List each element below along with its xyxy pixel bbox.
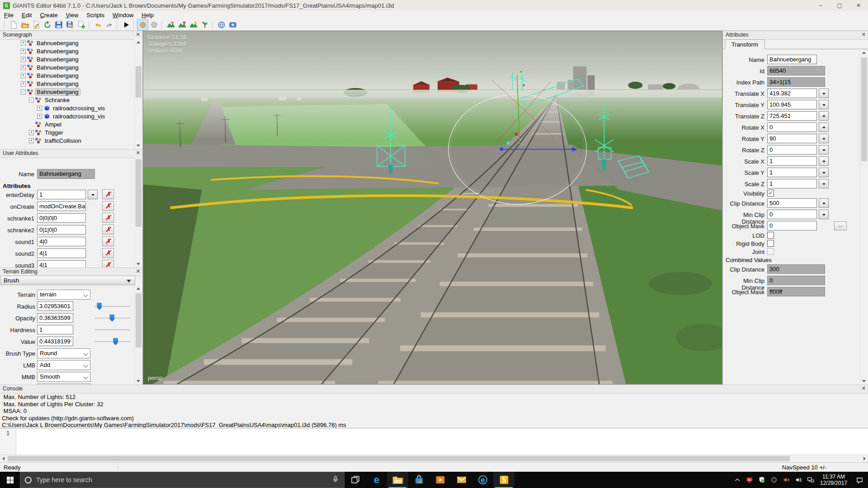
spinner-translate-z[interactable]: ◂▸ (819, 111, 829, 121)
select-lmb[interactable]: Add (37, 360, 90, 370)
expand-plus-icon[interactable]: + (21, 65, 26, 70)
field-translate-z[interactable]: 725.451 (767, 111, 817, 121)
spinner-translate-y[interactable]: ◂▸ (819, 100, 829, 109)
field-object-mask[interactable]: 0 (767, 221, 817, 230)
menu-window[interactable]: Window (108, 11, 137, 19)
tray-clock[interactable]: 11:37 AM12/29/2017 (816, 474, 851, 486)
close-button[interactable]: ✕ (849, 0, 868, 11)
new-file-button[interactable] (8, 19, 19, 31)
checkbox-lod[interactable] (767, 232, 774, 239)
input-value[interactable]: 0.44318199 (37, 337, 73, 346)
open-file-button[interactable] (19, 19, 30, 31)
delete-attribute-button[interactable]: ✗ (102, 189, 114, 199)
scenegraph-node-bahnuebergang[interactable]: +Bahnuebergang (0, 55, 135, 63)
expand-plus-icon[interactable]: + (37, 106, 42, 111)
object-mask-browse-button[interactable]: ... (834, 221, 847, 230)
menu-create[interactable]: Create (36, 11, 61, 19)
taskbar-app-films-tv[interactable] (429, 472, 451, 488)
brush-section-bar[interactable]: Brush (0, 276, 135, 285)
attr-field-sound3[interactable]: 4|1 (37, 260, 86, 267)
slider-opacity[interactable] (95, 318, 130, 319)
render-button[interactable] (227, 19, 238, 31)
terrain-scrollbar[interactable] (134, 285, 142, 385)
taskbar-app-file-explorer[interactable] (387, 472, 408, 488)
edit-script-button[interactable] (30, 19, 42, 31)
expand-plus-icon[interactable]: + (21, 81, 26, 86)
attr-field-sound2[interactable]: 4|1 (37, 249, 86, 258)
spinner-rotate-z[interactable]: ◂▸ (819, 145, 829, 155)
save-as-button[interactable] (64, 19, 75, 31)
input-radius[interactable]: 3.02953601 (37, 301, 73, 311)
scroll-down-icon[interactable] (862, 380, 866, 382)
reload-button[interactable] (42, 19, 53, 31)
close-icon[interactable]: ✕ (136, 150, 140, 156)
action-center-button[interactable] (851, 476, 868, 484)
tray-sc-monitor[interactable]: SC (743, 476, 755, 483)
microphone-icon[interactable] (331, 475, 340, 485)
expand-plus-icon[interactable]: + (21, 49, 26, 54)
taskbar-app-internet-explorer[interactable]: e (472, 472, 493, 488)
select-mmb[interactable]: Smooth (37, 372, 90, 382)
checkbox-rigid-body[interactable] (767, 240, 774, 247)
menu-scripts[interactable]: Scripts (82, 11, 108, 19)
field-clip-distance[interactable]: 500 (767, 198, 817, 208)
scenegraph-node-railroadcrossing_vis[interactable]: +railroadcrossing_vis (0, 104, 135, 112)
terrain-sculpt-button[interactable] (165, 19, 176, 31)
scroll-down-icon[interactable] (137, 145, 140, 147)
attr-field-schranke2[interactable]: 0|1|0|0 (37, 225, 86, 235)
menu-edit[interactable]: Edit (18, 11, 36, 19)
terrain-foliage-button[interactable] (188, 19, 199, 31)
console-hscrollbar[interactable] (0, 455, 868, 462)
tray-volume[interactable] (792, 476, 804, 483)
close-icon[interactable]: ✕ (136, 268, 140, 274)
attr-field-schranke1[interactable]: 0|0|0|0 (37, 213, 86, 223)
slider-hardness[interactable] (95, 329, 130, 330)
scenegraph-node-trafficcollision[interactable]: +trafficCollision (0, 136, 135, 145)
expand-plus-icon[interactable]: + (21, 57, 26, 62)
expand-plus-icon[interactable]: + (21, 41, 26, 46)
rotate-tool-button[interactable] (148, 19, 160, 31)
field-translate-x[interactable]: 419.382 (767, 89, 817, 98)
scroll-up-icon[interactable] (862, 52, 866, 54)
checkbox-joint[interactable] (767, 248, 774, 255)
spinner-clip-distance[interactable]: ◂▸ (819, 198, 829, 208)
delete-attribute-button[interactable]: ✗ (102, 248, 114, 258)
slider-thumb[interactable] (113, 338, 118, 345)
menu-file[interactable]: File (0, 11, 18, 19)
field-name[interactable]: Bahnuebergang (767, 55, 817, 64)
redo-button[interactable] (104, 19, 115, 31)
maximize-button[interactable]: ▢ (830, 0, 849, 11)
expand-plus-icon[interactable]: + (29, 138, 34, 143)
spinner-scale-y[interactable]: ◂▸ (819, 168, 829, 177)
delete-attribute-button[interactable]: ✗ (102, 201, 114, 211)
field-scale-x[interactable]: 1 (767, 156, 817, 166)
input-hardness[interactable]: 1 (37, 325, 73, 334)
scenegraph-node-bahnuebergang[interactable]: +Bahnuebergang (0, 71, 135, 80)
scenegraph-node-railroadcrossing_vis[interactable]: +railroadcrossing_vis (0, 112, 135, 120)
field-scale-z[interactable]: 1 (767, 179, 817, 188)
attr-field-onCreate[interactable]: modOnCreate.Bahr (37, 202, 86, 211)
scenegraph-node-bahnuebergang[interactable]: +Bahnuebergang (0, 80, 135, 88)
tray-network[interactable] (804, 476, 816, 483)
scroll-down-icon[interactable] (137, 380, 140, 382)
field-rotate-x[interactable]: 0 (767, 122, 817, 132)
minimize-button[interactable]: – (811, 0, 830, 11)
close-icon[interactable]: ✕ (862, 385, 866, 391)
select-brush-type[interactable]: Round (37, 348, 90, 358)
collapse-minus-icon[interactable]: − (21, 89, 26, 94)
field-scale-y[interactable]: 1 (767, 168, 817, 177)
select-terrain[interactable]: terrain (37, 290, 90, 300)
scenegraph-node-bahnuebergang[interactable]: −Bahnuebergang (0, 88, 135, 96)
menu-help[interactable]: Help (137, 11, 158, 19)
slider-value[interactable] (95, 341, 130, 342)
scroll-down-icon[interactable] (137, 263, 140, 265)
tray-muted-speaker[interactable] (780, 476, 792, 483)
scenegraph-node-trigger[interactable]: +Trigger (0, 128, 135, 136)
tray-ring[interactable] (768, 476, 780, 483)
slider-thumb[interactable] (109, 314, 114, 322)
import-button[interactable] (75, 19, 87, 31)
scroll-up-icon[interactable] (137, 41, 140, 43)
taskbar-app-giants-editor[interactable] (493, 472, 514, 488)
spinner-translate-x[interactable]: ◂▸ (819, 89, 829, 98)
close-icon[interactable]: ✕ (136, 32, 140, 38)
